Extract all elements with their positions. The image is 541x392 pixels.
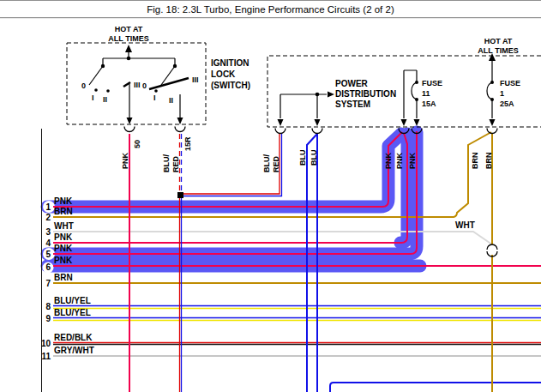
wire-color-brn-label: BRN	[484, 153, 493, 170]
row-number: 9	[45, 314, 51, 323]
wire-color-pnk-label: PNK	[121, 152, 129, 169]
wiring-diagram-canvas[interactable]: 1 PNK 2 BRN 3 WHT 4 PNK 5 PNK 6 PNK 7 BR…	[0, 0, 541, 392]
ignition-lock-switch[interactable]: HOT AT ALL TIMES 0 I II III 0 I I	[67, 25, 250, 132]
all-times-label: ALL TIMES	[108, 34, 148, 43]
pos-i-label: I	[92, 93, 94, 102]
wire-color-blu-label: BLU/	[162, 154, 171, 172]
component-name: IGNITION	[211, 58, 249, 68]
fuse-rating: 25A	[500, 100, 514, 108]
wire-row-9-blu-yel[interactable]	[53, 318, 541, 321]
row-label: PNK	[54, 244, 73, 253]
power-distribution-box[interactable]: POWER DISTRIBUTION SYSTEM FUSE 11 15A HO…	[267, 37, 541, 134]
row-numbers-and-labels: 1 PNK 2 BRN 3 WHT 4 PNK 5 PNK 6 PNK 7 BR…	[41, 196, 94, 361]
fuse-terminal-dot	[415, 81, 418, 84]
row-label: PNK	[54, 256, 73, 265]
connector-arcs	[275, 129, 497, 134]
wire-color-red-label: RED	[171, 155, 180, 172]
row-label: PNK	[54, 232, 73, 242]
terminal-50-label: 50	[133, 140, 141, 148]
pos-i-label: I	[153, 93, 156, 102]
row-label: PNK	[54, 196, 73, 206]
pds-label: DISTRIBUTION	[335, 89, 396, 99]
pos-iii-label: III	[134, 81, 141, 89]
highlight-band[interactable]	[47, 132, 420, 266]
fuse-terminal-dot	[415, 98, 418, 101]
connector-arc	[124, 127, 135, 132]
contact-dot-i	[154, 89, 158, 93]
fuse-rating: 15A	[422, 100, 436, 108]
wht-right-label: WHT	[455, 220, 475, 230]
row-number: 4	[45, 238, 51, 248]
hot-at-label: HOT AT	[115, 25, 143, 33]
wiring-diagram-viewer: Fig. 18: 2.3L Turbo, Engine Performance …	[0, 0, 541, 392]
down-arrow	[177, 118, 183, 124]
all-times-label: ALL TIMES	[478, 46, 518, 55]
fuse-id: 11	[422, 89, 430, 98]
connector-arc	[175, 127, 185, 132]
wire-color-brn-label: BRN	[471, 153, 479, 170]
contact-dot-ii	[106, 89, 110, 93]
row-number: 2	[45, 213, 51, 222]
pos-ii-label: II	[103, 95, 107, 104]
fuse-id: 1	[500, 89, 504, 98]
fuse-name: FUSE	[422, 79, 442, 87]
wire-color-pnk-label: PNK	[395, 152, 404, 169]
junction-dot	[316, 93, 320, 97]
right-arrow	[328, 92, 334, 98]
row-number: 8	[45, 302, 51, 311]
row-label: BLU/YEL	[54, 296, 91, 305]
fuse-element	[412, 82, 417, 100]
row-number: 6	[45, 262, 51, 272]
row-number: 1	[45, 202, 51, 212]
row-label: GRY/WHT	[54, 346, 94, 355]
wire-color-blu-label: BLU	[298, 150, 307, 166]
wire-color-red-label: RED	[272, 155, 280, 172]
hot-at-label: HOT AT	[484, 37, 513, 45]
wire-row-4-pnk[interactable]	[53, 133, 407, 243]
down-arrow	[127, 118, 133, 124]
down-arrows	[278, 119, 496, 126]
fuse-element	[487, 82, 492, 100]
fuse-11[interactable]: FUSE 11 15A	[404, 70, 442, 118]
fuse-1[interactable]: HOT AT ALL TIMES FUSE 1 25A	[478, 37, 520, 118]
highlight-row4-riser[interactable]	[400, 134, 407, 243]
component-name: LOCK	[211, 69, 236, 79]
row-label: RED/BLK	[54, 333, 93, 342]
wire-color-blu-label: BLU	[310, 150, 318, 166]
wire-color-pnk-label: PNK	[408, 152, 417, 169]
highlight-row5-to-fuse11[interactable]	[47, 132, 417, 254]
inline-connector	[487, 244, 497, 256]
row-number: 7	[45, 279, 51, 288]
right-switch-arm-closed	[149, 78, 189, 89]
power-wire-labels: BLU/ RED BLU BLU PNK PNK PNK BRN BRN	[262, 150, 493, 173]
row-label: BRN	[54, 273, 73, 282]
row-label: BLU/YEL	[54, 308, 91, 317]
row-number: 5	[45, 250, 51, 259]
switch-bus	[103, 58, 175, 64]
fuse-terminal-dot	[490, 81, 494, 84]
up-arrow	[125, 45, 132, 52]
pos-ii-label: II	[169, 96, 173, 105]
fuse-name: FUSE	[500, 79, 520, 87]
wire-color-blu-label: BLU/	[262, 154, 271, 172]
component-name: (SWITCH)	[211, 81, 250, 90]
pos-0-label: 0	[142, 81, 147, 90]
pds-label: POWER	[335, 79, 369, 88]
left-switch-arm	[89, 66, 103, 85]
wire-color-pnk-label: PNK	[384, 152, 393, 169]
pds-label: SYSTEM	[335, 100, 370, 109]
fuse-terminal-dot	[490, 98, 494, 101]
pds-feed-lines	[280, 94, 327, 118]
wire-bottom-blu[interactable]	[330, 383, 541, 392]
wire-row-10-red-blk[interactable]	[53, 343, 541, 345]
contact-dot-i	[94, 88, 98, 92]
row-number: 11	[41, 352, 51, 361]
terminal-15r-label: 15R	[183, 136, 192, 151]
row-label: WHT	[54, 221, 74, 231]
row-number: 3	[45, 227, 51, 237]
pos-0-label: 0	[81, 81, 86, 90]
row-label: BRN	[54, 207, 73, 216]
wire-row-8-blu-yel[interactable]	[53, 306, 541, 309]
pos-iii-label: III	[192, 75, 199, 84]
wire-row-5-pnk[interactable]	[53, 131, 417, 254]
